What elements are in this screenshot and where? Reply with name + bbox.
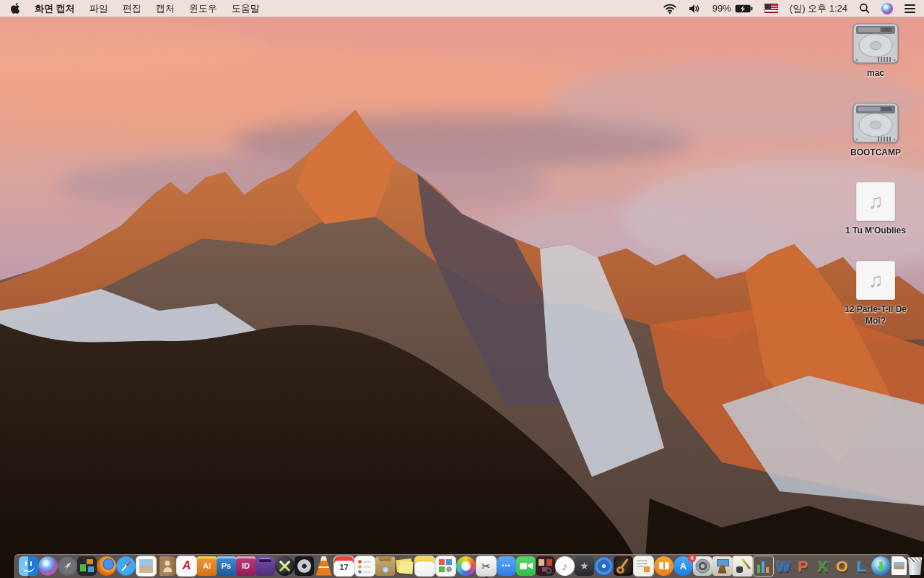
lync-dock-icon[interactable]: L [852,556,871,576]
dock-separator[interactable] [891,556,892,577]
stickies-dock-icon[interactable] [395,556,414,576]
menu-file[interactable]: 파일 [82,0,116,17]
garageband-dock-icon[interactable] [614,556,633,576]
siri-dock-icon[interactable] [38,556,58,576]
desktop-icon-label: mac [867,67,884,79]
photo-booth-dock-icon[interactable] [536,556,555,576]
siri-icon [881,3,893,14]
pages-dock-icon[interactable] [732,556,753,577]
desktop-icon-bootcamp-drive[interactable]: BOOTCAMP [832,103,919,158]
illustrator-dock-icon[interactable]: Ai [197,556,217,576]
contacts-dock-icon[interactable] [157,556,176,576]
excel-dock-icon[interactable]: X [813,556,832,576]
apple-logo-icon [10,2,20,14]
hard-drive-icon [852,23,899,64]
outlook-dock-icon[interactable]: O [832,556,852,576]
quicksilver-dock-icon[interactable] [275,556,295,576]
desktop-icon-column: mac BOOTCAMP ♫ 1 Tu M'Oublies [832,23,920,350]
unarchiver-dock-icon[interactable] [375,556,395,576]
firefox-dock-icon[interactable] [97,556,116,576]
desktop-icon-mac-drive[interactable]: mac [832,23,919,79]
safari-dock-icon[interactable] [116,556,136,576]
itunes-glyph: ♪ [562,561,568,571]
photoshop-dock-icon[interactable]: Ps [217,556,236,576]
desktop-icon-audio-2[interactable]: ♫ 12 Parle-T-Il De Moi? [832,261,919,327]
word-dock-icon[interactable]: W [774,556,793,576]
siri-menu[interactable] [876,0,899,17]
menu-help[interactable]: 도움말 [225,0,267,17]
messages-glyph: ••• [502,563,510,569]
imovie-glyph: ★ [580,561,589,571]
indesign-glyph: ID [242,562,250,570]
ms-autoupdate-dock-icon[interactable] [871,556,891,576]
launchpad-dock-icon[interactable] [58,556,77,576]
music-note-icon: ♫ [868,270,884,290]
reminders-dock-icon[interactable] [354,556,375,577]
indesign-dock-icon[interactable]: ID [236,556,256,576]
finder-dock-icon[interactable] [19,556,38,576]
spotlight-search-icon [859,3,870,14]
menu-edit[interactable]: 편집 [116,0,149,17]
toast-dock-icon[interactable] [256,556,275,576]
grab-dock-icon[interactable]: ✂ [476,556,497,577]
wallpaper-sierra-mountain [0,0,924,578]
input-source-menu[interactable] [759,0,784,17]
grab-glyph: ✂ [481,561,491,571]
calendar-dock-icon[interactable]: 17 [334,556,354,577]
powerpoint-dock-icon[interactable]: P [793,556,813,576]
battery-charging-icon [735,4,753,13]
us-flag-icon [764,4,778,13]
messages-dock-icon[interactable]: ••• [497,556,516,576]
hard-drive-icon [852,103,899,143]
spotlight-menu[interactable] [853,0,876,17]
preview-dock-icon[interactable] [136,556,157,577]
acrobat-reader-dock-icon[interactable]: A [176,556,197,577]
app-store-badge: 4 [688,554,696,562]
volume-icon [688,4,701,14]
battery-percent: 99% [712,3,731,14]
document-file-dock-icon[interactable] [892,556,907,575]
audio-file-icon: ♫ [856,182,895,221]
music-note-icon: ♫ [868,191,884,212]
desktop-icon-label: 12 Parle-T-Il De Moi? [835,303,916,327]
calendar-glyph: 17 [339,564,348,571]
photos-dock-icon[interactable] [456,556,476,576]
image-capture-dock-icon[interactable] [435,556,456,577]
menu-window[interactable]: 윈도우 [182,0,225,17]
keynote-dock-icon[interactable] [712,556,732,576]
dock: AAiPsID17✂•••♪★A4WPXOL [14,554,910,578]
notes-dock-icon[interactable] [414,556,435,577]
wifi-menu[interactable] [658,0,682,17]
apple-menu[interactable] [3,0,27,17]
desktop-icon-label: 1 Tu M'Oublies [845,225,906,236]
app-store-dock-icon[interactable]: A4 [674,556,693,576]
notification-center-menu[interactable] [899,0,921,17]
clock-menu[interactable]: (일) 오후 1:24 [784,0,853,17]
dvd-player-dock-icon[interactable] [594,556,614,576]
audio-file-icon: ♫ [856,261,895,300]
imovie-dock-icon[interactable]: ★ [575,556,594,576]
desktop-icon-label: BOOTCAMP [850,147,901,158]
battery-menu[interactable]: 99% [707,0,759,17]
mission-control-dock-icon[interactable] [77,556,97,576]
powerpoint-glyph: P [798,558,808,574]
desktop-icon-audio-1[interactable]: ♫ 1 Tu M'Oublies [832,182,919,236]
excel-glyph: X [817,558,827,574]
word-glyph: W [777,558,791,574]
active-app-menu[interactable]: 화면 캡처 [27,0,82,17]
system-preferences-dock-icon[interactable] [693,556,712,576]
menu-bar: 화면 캡처 파일 편집 캡처 윈도우 도움말 [0,0,924,17]
menu-capture[interactable]: 캡처 [149,0,182,17]
disk-utility-dock-icon[interactable] [295,556,314,576]
numbers-dock-icon[interactable] [753,556,774,577]
volume-menu[interactable] [682,0,707,17]
acrobat-reader-glyph: A [183,560,191,571]
document-stack-dock-icon[interactable] [633,556,654,577]
outlook-glyph: O [836,558,847,574]
facetime-dock-icon[interactable] [516,556,536,576]
itunes-dock-icon[interactable]: ♪ [555,556,575,576]
vlc-dock-icon[interactable] [314,556,334,576]
desktop: 화면 캡처 파일 편집 캡처 윈도우 도움말 [0,0,924,578]
app-store-glyph: A [680,561,687,571]
ibooks-dock-icon[interactable] [654,556,674,576]
